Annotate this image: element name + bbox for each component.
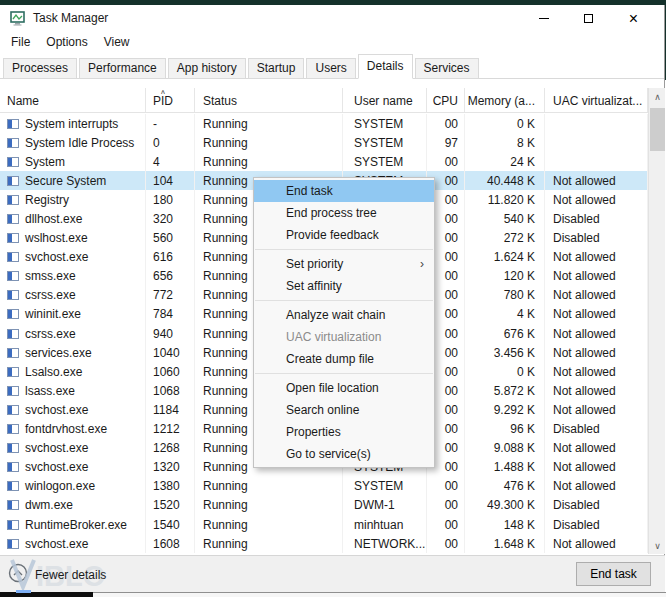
cell-cpu: 00 <box>427 152 465 171</box>
process-name: svchost.exe <box>25 537 88 551</box>
cell-name: csrss.exe <box>0 286 146 305</box>
cell-mem: 780 K <box>465 286 545 305</box>
process-name: winlogon.exe <box>25 479 95 493</box>
close-icon: × <box>629 11 638 27</box>
menu-options[interactable]: Options <box>38 33 95 51</box>
menu-item-set-affinity[interactable]: Set affinity <box>254 275 434 297</box>
cell-name: Registry <box>0 190 146 209</box>
menu-item-go-to-service-s[interactable]: Go to service(s) <box>254 443 434 465</box>
window-title: Task Manager <box>33 11 108 25</box>
cell-name: Secure System <box>0 171 146 190</box>
cell-name: winlogon.exe <box>0 477 146 496</box>
menu-item-uac-virtualization[interactable]: UAC virtualization <box>254 326 434 348</box>
cell-mem: 0 K <box>465 362 545 381</box>
menu-item-analyze-wait-chain[interactable]: Analyze wait chain <box>254 304 434 326</box>
menu-item-properties[interactable]: Properties <box>254 421 434 443</box>
scrollbar-thumb[interactable] <box>650 108 665 151</box>
column-header-uac[interactable]: UAC virtualizat... <box>545 88 648 112</box>
submenu-arrow-icon: › <box>420 253 424 275</box>
column-header-pid[interactable]: PID <box>146 88 195 112</box>
menu-item-create-dump-file[interactable]: Create dump file <box>254 348 434 370</box>
menu-item-label: Analyze wait chain <box>286 308 385 322</box>
process-icon <box>7 233 19 243</box>
cell-pid: 616 <box>146 248 195 267</box>
column-header-memory[interactable]: Memory (a... <box>465 88 545 112</box>
tab-services[interactable]: Services <box>415 58 479 79</box>
cell-pid: 1380 <box>146 477 195 496</box>
menu-separator <box>255 373 433 374</box>
cell-status: Running <box>195 534 343 553</box>
menu-item-end-process-tree[interactable]: End process tree <box>254 202 434 224</box>
cell-mem: 272 K <box>465 229 545 248</box>
tab-processes[interactable]: Processes <box>3 58 77 79</box>
menu-item-label: Properties <box>286 425 341 439</box>
cell-mem: 9.292 K <box>465 400 545 419</box>
cell-uac: Not allowed <box>545 400 648 419</box>
table-row[interactable]: System interrupts-RunningSYSTEM000 K <box>0 114 648 133</box>
column-header-user[interactable]: User name <box>343 88 427 112</box>
task-manager-icon <box>10 11 26 30</box>
cell-cpu: 00 <box>427 515 465 534</box>
table-row[interactable]: dwm.exe1520RunningDWM-10049.300 KDisable… <box>0 496 648 515</box>
title-bar[interactable]: Task Manager × <box>0 5 664 32</box>
table-row[interactable]: winlogon.exe1380RunningSYSTEM00476 KNot … <box>0 477 648 496</box>
cell-uac: Disabled <box>545 496 648 515</box>
column-header-cpu[interactable]: CPU <box>427 88 465 112</box>
menu-item-set-priority[interactable]: Set priority› <box>254 253 434 275</box>
cell-uac: Not allowed <box>545 324 648 343</box>
menu-file[interactable]: File <box>3 33 38 51</box>
process-name: Registry <box>25 193 69 207</box>
process-icon <box>7 539 19 549</box>
menu-item-provide-feedback[interactable]: Provide feedback <box>254 224 434 246</box>
process-icon <box>7 138 19 148</box>
cell-name: wininit.exe <box>0 305 146 324</box>
menu-item-label: Go to service(s) <box>286 447 371 461</box>
cell-pid: 1608 <box>146 534 195 553</box>
cell-name: dwm.exe <box>0 496 146 515</box>
column-header-name[interactable]: Name <box>0 88 146 112</box>
tab-startup[interactable]: Startup <box>248 58 305 79</box>
cell-mem: 1.648 K <box>465 534 545 553</box>
cell-uac: Not allowed <box>545 267 648 286</box>
table-row[interactable]: System4RunningSYSTEM0024 K <box>0 152 648 171</box>
menu-item-label: Provide feedback <box>286 228 379 242</box>
maximize-button[interactable] <box>566 5 611 32</box>
close-button[interactable]: × <box>611 5 656 32</box>
fewer-details-button[interactable]: Fewer details <box>8 563 106 587</box>
menu-item-search-online[interactable]: Search online <box>254 399 434 421</box>
menu-item-end-task[interactable]: End task <box>254 180 434 202</box>
cell-pid: 180 <box>146 190 195 209</box>
tab-details[interactable]: Details <box>358 54 413 79</box>
cell-mem: 676 K <box>465 324 545 343</box>
taskbar-dark-segment <box>0 592 93 597</box>
process-name: csrss.exe <box>25 327 76 341</box>
cell-cpu: 00 <box>427 114 465 133</box>
scroll-down-icon[interactable]: ∨ <box>649 537 666 554</box>
menu-item-label: Set priority <box>286 257 343 271</box>
cell-uac: Not allowed <box>545 286 648 305</box>
cell-pid: 1540 <box>146 515 195 534</box>
minimize-button[interactable] <box>521 5 566 32</box>
process-icon <box>7 271 19 281</box>
end-task-button[interactable]: End task <box>576 562 651 586</box>
taskbar-strip <box>0 592 666 597</box>
vertical-scrollbar[interactable]: ∧ ∨ <box>648 88 665 554</box>
process-name: System <box>25 155 65 169</box>
menu-item-open-file-location[interactable]: Open file location <box>254 377 434 399</box>
table-row[interactable]: svchost.exe1608RunningNETWORK...001.648 … <box>0 534 648 553</box>
column-header-status[interactable]: Status <box>195 88 343 112</box>
cell-status: Running <box>195 152 343 171</box>
cell-mem: 24 K <box>465 152 545 171</box>
tab-app-history[interactable]: App history <box>168 58 246 79</box>
process-name: RuntimeBroker.exe <box>25 518 127 532</box>
cell-cpu: 00 <box>427 534 465 553</box>
scroll-up-icon[interactable]: ∧ <box>649 88 666 105</box>
tab-users[interactable]: Users <box>306 58 355 79</box>
table-row[interactable]: RuntimeBroker.exe1540Runningminhtuan0014… <box>0 515 648 534</box>
cell-user: SYSTEM <box>343 133 427 152</box>
task-manager-window: Task Manager × FileOptionsView Processes… <box>0 5 665 592</box>
menu-view[interactable]: View <box>96 33 138 51</box>
table-row[interactable]: System Idle Process0RunningSYSTEM978 K <box>0 133 648 152</box>
cell-uac: Disabled <box>545 515 648 534</box>
tab-performance[interactable]: Performance <box>79 58 166 79</box>
